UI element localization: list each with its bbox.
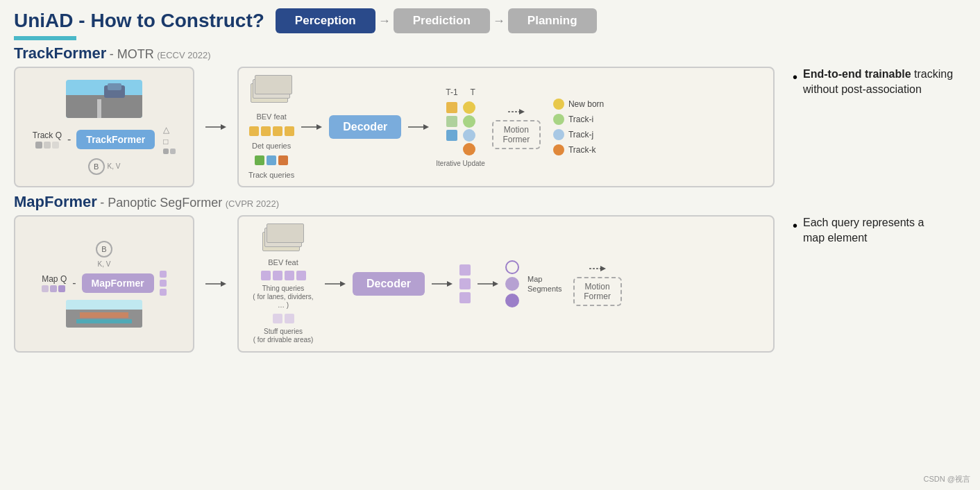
mapformer-section: MapFormer - Panoptic SegFormer (CVPR 202… [14, 193, 966, 353]
mf-circ-purple-2 [505, 294, 519, 307]
watermark: CSDN @视言 [924, 474, 970, 484]
mf-out-sq-2 [459, 278, 471, 289]
out-circle-orange [463, 143, 475, 155]
track-q-label: Track Q [33, 130, 62, 140]
stuff-queries-row [273, 314, 294, 323]
svg-marker-10 [423, 124, 429, 130]
sq-sm-2 [170, 149, 176, 154]
output-t-col: T-1 T [436, 87, 485, 167]
svg-rect-1 [66, 95, 142, 118]
mf-kv-label: K, V [98, 260, 111, 268]
tf-arrow-connector [205, 67, 226, 187]
svg-marker-8 [316, 124, 322, 130]
mapformer-row: B K, V Map Q [14, 215, 966, 353]
bev-feat-stack [251, 75, 292, 105]
track-queries-label: Track queries [248, 171, 294, 179]
mapformer-title-normal: Panoptic SegFormer [108, 196, 222, 210]
mf-rsq-1 [160, 271, 167, 278]
legend-track-k: Track-k [553, 144, 604, 155]
svg-rect-14 [66, 310, 142, 328]
main-title: UniAD - How to Construct? [14, 10, 264, 32]
mf-motion-former-box: Motion Former [573, 277, 622, 306]
sections-container: TrackFormer - MOTR (ECCV 2022) [14, 44, 966, 483]
mapformer-box: MapFormer [82, 273, 154, 293]
track-sq-1 [255, 155, 264, 165]
mf-connector-svg [205, 277, 226, 291]
tab-prediction[interactable]: Prediction [394, 8, 490, 33]
svg-marker-22 [447, 281, 453, 287]
mf-minus: - [72, 277, 76, 289]
sq-gray-1 [35, 142, 42, 149]
trackformer-row: Track Q - TrackFormer [14, 67, 966, 187]
mf-rsq-2 [160, 280, 167, 287]
b-row: B K, V [88, 158, 121, 175]
bev-label: BEV feat [256, 112, 286, 121]
arrow-to-motion-svg [508, 105, 525, 119]
main-container: UniAD - How to Construct? Perception → P… [0, 0, 980, 490]
arrow-from-decoder-svg [408, 120, 429, 134]
svg-marker-12 [519, 109, 525, 115]
legend-circle-blue [553, 129, 564, 140]
minus-sign: - [67, 133, 71, 146]
mf-right-squares [160, 271, 167, 296]
mf-b-circle: B [96, 241, 112, 257]
b-circle: B [88, 158, 105, 175]
out-blue-1 [446, 130, 457, 141]
track-q-squares [35, 142, 59, 149]
sq-sm-1 [163, 149, 169, 154]
det-queries-squares [249, 126, 294, 136]
bullet-tf: • [793, 69, 797, 85]
mf-b-row: B [96, 241, 112, 257]
bev-layer-3 [255, 75, 292, 94]
mapformer-citation: (CVPR 2022) [226, 198, 279, 209]
blue-bar [14, 36, 76, 40]
t-label: T [471, 87, 475, 97]
iterative-label: Iterative Update [436, 160, 485, 167]
tf-right-inner: BEV feat Det queries [248, 75, 763, 179]
motion-former-box: Motion Former [492, 120, 541, 149]
mf-road-svg [66, 300, 142, 328]
mf-q-col: Map Q [42, 274, 67, 292]
out-circle-blue [463, 129, 475, 142]
kv-label: K, V [108, 162, 121, 170]
mapformer-left-diagram: B K, V Map Q [14, 215, 194, 353]
mf-queries-col: BEV feat Thing queries ( for lanes, divi… [248, 223, 318, 344]
triangle-icon: △ [163, 125, 176, 135]
legend-circle-yellow [553, 99, 564, 110]
mf-circ-outline [505, 260, 519, 274]
mf-sq-2 [50, 285, 57, 292]
out-empty-1 [446, 144, 457, 155]
nav-tabs: Perception → Prediction → Planning [276, 8, 600, 33]
tf-info-bold: End-to-end trainable [803, 68, 911, 80]
arrow-icon-1: → [378, 14, 391, 28]
tab-planning[interactable]: Planning [508, 8, 597, 33]
legend-col: New born Track-i Track-j [553, 99, 604, 155]
thing-sq-3 [285, 271, 294, 280]
trackformer-section: TrackFormer - MOTR (ECCV 2022) [14, 44, 966, 187]
track-sq-2 [267, 155, 276, 165]
out-green-1 [446, 116, 457, 127]
mf-sq-1 [42, 285, 49, 292]
map-segments-label: Map Segments [527, 274, 562, 294]
header: UniAD - How to Construct? Perception → P… [14, 8, 966, 33]
arrow-icon-2: → [493, 14, 505, 28]
t-minus1-label: T-1 [446, 87, 457, 97]
mf-rsq-3 [160, 289, 167, 296]
svg-rect-2 [97, 99, 101, 118]
legend-new-born: New born [553, 99, 604, 110]
track-sq-3 [278, 155, 288, 165]
tab-perception[interactable]: Perception [276, 8, 375, 33]
mapformer-right-diagram: BEV feat Thing queries ( for lanes, divi… [237, 215, 775, 353]
mf-motion-col: Motion Former [573, 262, 622, 306]
svg-marker-20 [340, 281, 346, 287]
trackformer-title-normal: MOTR [117, 47, 154, 61]
mapformer-info: • Each query represents a map element [786, 215, 966, 353]
det-sq-1 [249, 126, 259, 136]
tf-info-text: End-to-end trainable trackingwithout pos… [803, 67, 953, 98]
arrow-to-decoder-svg [301, 120, 322, 134]
map-q-label: Map Q [42, 274, 67, 284]
mf-q-squares [42, 285, 65, 292]
small-squares-col [163, 149, 176, 154]
svg-rect-15 [80, 312, 128, 318]
legend-track-i: Track-i [553, 114, 604, 125]
